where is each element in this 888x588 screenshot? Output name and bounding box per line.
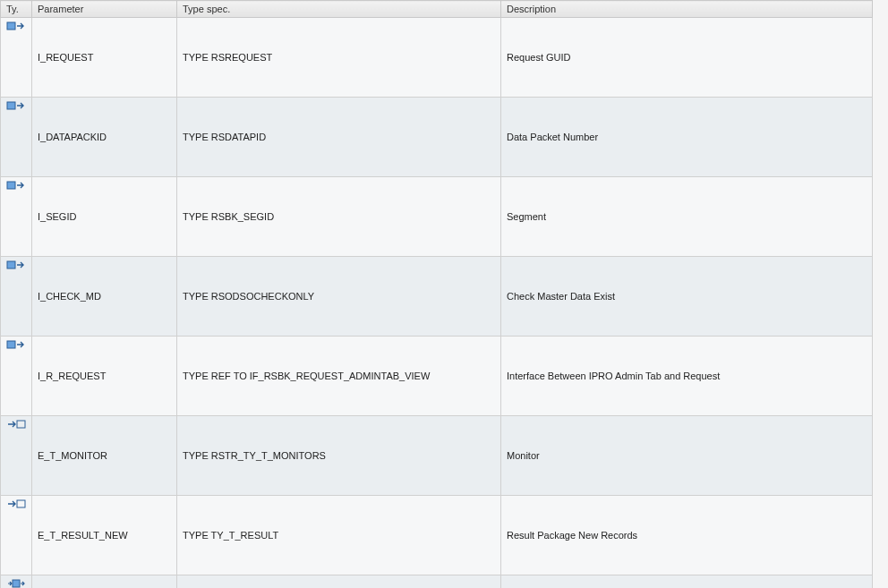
param-name-cell: I_SEGID (32, 177, 177, 257)
param-description-cell: Result Package (501, 575, 873, 589)
param-description-cell: Monitor (501, 416, 873, 496)
param-typespec-cell: TYPE TY_T_RESULT (177, 575, 501, 589)
param-name-cell: I_CHECK_MD (32, 257, 177, 337)
table-row[interactable]: I_R_REQUESTTYPE REF TO IF_RSBK_REQUEST_A… (1, 337, 873, 416)
param-typespec-cell: TYPE RSREQUEST (177, 18, 501, 98)
param-typespec-cell: TYPE RSDATAPID (177, 98, 501, 177)
param-description-cell: Request GUID (501, 18, 873, 98)
param-typespec-cell: TYPE RSODSOCHECKONLY (177, 257, 501, 337)
param-typespec-cell: TYPE RSBK_SEGID (177, 177, 501, 257)
param-description-cell: Result Package New Records (501, 496, 873, 575)
param-description-cell: Check Master Data Exist (501, 257, 873, 337)
table-row[interactable]: I_SEGIDTYPE RSBK_SEGIDSegment (1, 177, 873, 257)
param-name-cell: I_REQUEST (32, 18, 177, 98)
table-row[interactable]: I_CHECK_MDTYPE RSODSOCHECKONLYCheck Mast… (1, 257, 873, 337)
table-row[interactable]: I_DATAPACKIDTYPE RSDATAPIDData Packet Nu… (1, 98, 873, 177)
parameter-table-header-row: Ty. Parameter Type spec. Description (1, 1, 873, 18)
param-type-cell (1, 575, 32, 589)
exporting-param-icon (6, 498, 26, 510)
table-row[interactable]: C_T_RESULTTYPE TY_T_RESULTResult Package (1, 575, 873, 589)
header-description[interactable]: Description (501, 1, 873, 18)
param-name-cell: I_R_REQUEST (32, 337, 177, 416)
changing-param-icon (6, 577, 26, 588)
header-typespec[interactable]: Type spec. (177, 1, 501, 18)
param-name-cell: C_T_RESULT (32, 575, 177, 589)
param-typespec-cell: TYPE TY_T_RESULT (177, 496, 501, 575)
table-row[interactable]: E_T_MONITORTYPE RSTR_TY_T_MONITORSMonito… (1, 416, 873, 496)
param-description-cell: Data Packet Number (501, 98, 873, 177)
exporting-param-icon (6, 418, 26, 430)
param-typespec-cell: TYPE REF TO IF_RSBK_REQUEST_ADMINTAB_VIE… (177, 337, 501, 416)
param-description-cell: Interface Between IPRO Admin Tab and Req… (501, 337, 873, 416)
table-row[interactable]: I_REQUESTTYPE RSREQUESTRequest GUID (1, 18, 873, 98)
parameter-table: Ty. Parameter Type spec. Description I_R… (0, 0, 873, 588)
param-name-cell: I_DATAPACKID (32, 98, 177, 177)
header-parameter[interactable]: Parameter (32, 1, 177, 18)
param-name-cell: E_T_MONITOR (32, 416, 177, 496)
importing-param-icon (6, 179, 26, 192)
importing-param-icon (6, 99, 26, 112)
param-description-cell: Segment (501, 177, 873, 257)
importing-param-icon (6, 259, 26, 271)
table-row[interactable]: E_T_RESULT_NEWTYPE TY_T_RESULTResult Pac… (1, 496, 873, 575)
param-name-cell: E_T_RESULT_NEW (32, 496, 177, 575)
importing-param-icon (6, 20, 26, 32)
importing-param-icon (6, 338, 26, 351)
param-typespec-cell: TYPE RSTR_TY_T_MONITORS (177, 416, 501, 496)
